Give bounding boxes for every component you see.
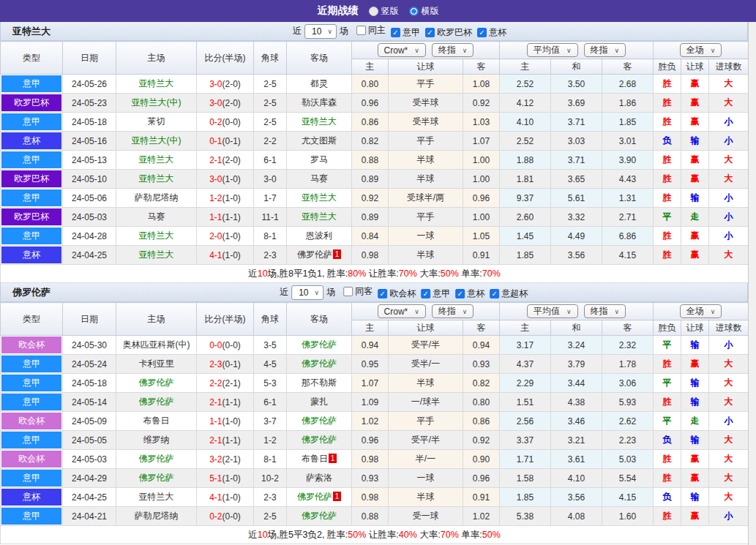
match-date: 24-05-24 <box>63 355 116 374</box>
match-count-select[interactable]: 10 ∨ <box>291 285 323 300</box>
goals-result: 大 <box>709 469 749 488</box>
filter-checkbox[interactable]: ✓意甲 <box>421 287 450 300</box>
handicap-line: 半/一 <box>389 450 463 469</box>
corner-count: 2-5 <box>254 94 287 113</box>
odds-stage-select[interactable]: 终指∨ <box>432 43 474 57</box>
away-team: 佛罗伦萨 <box>297 249 332 260</box>
avg-draw-odds: 3.46 <box>551 412 602 431</box>
handicap-result: 赢 <box>681 469 709 488</box>
league-badge: 欧罗巴杯 <box>1 208 61 225</box>
avg-home-odds: 2.52 <box>500 132 551 151</box>
full-match-select[interactable]: 全场∨ <box>680 43 722 57</box>
summary-text: 70% <box>399 268 417 279</box>
filter-bar: 近 10 ∨ 场 同客✓欧会杯✓意甲✓意杯✓意超杯 <box>280 285 528 300</box>
half-time-score: (2-0) <box>222 98 241 108</box>
handicap-line: 半球 <box>389 151 463 170</box>
handicap-result: 输 <box>681 336 709 355</box>
col-date: 日期 <box>63 303 116 336</box>
summary-text: 50% <box>441 268 459 279</box>
full-time-score: 1-1 <box>209 212 222 222</box>
page-title: 近期战绩 <box>318 4 359 18</box>
filter-checkbox[interactable]: 同主 <box>356 24 386 37</box>
filter-checkbox[interactable]: ✓欧罗巴杯 <box>425 26 472 39</box>
full-match-select[interactable]: 全场∨ <box>680 304 722 318</box>
average-select[interactable]: 平均值∨ <box>527 304 578 318</box>
chevron-down-icon: ∨ <box>615 308 620 315</box>
avg-home-odds: 1.58 <box>500 469 551 488</box>
handicap-line: 受半球 <box>389 113 463 132</box>
filter-checkbox-label: 欧罗巴杯 <box>437 26 472 39</box>
half-time-score: (1-1) <box>222 212 241 222</box>
match-result: 负 <box>654 488 681 507</box>
home-team: 莱切 <box>148 116 165 127</box>
goals-result: 小 <box>709 336 749 355</box>
checkbox-checked-icon: ✓ <box>455 289 465 298</box>
goals-result: 大 <box>709 246 749 265</box>
handicap-line: 受球半/两 <box>389 189 463 208</box>
match-count-select[interactable]: 10 ∨ <box>304 24 337 39</box>
match-date: 24-04-28 <box>63 227 116 246</box>
match-result: 负 <box>654 132 681 151</box>
avg-away-odds: 1.85 <box>602 113 654 132</box>
table-row: 意甲 24-05-26 亚特兰大 3-0(2-0) 2-5 都灵 0.80 平手… <box>1 75 749 94</box>
match-result: 胜 <box>654 469 681 488</box>
average-stage-select[interactable]: 终指∨ <box>584 304 626 318</box>
avg-draw-odds: 4.38 <box>551 393 602 412</box>
match-result: 胜 <box>654 450 681 469</box>
average-stage-select[interactable]: 终指∨ <box>584 43 626 57</box>
filter-checkbox[interactable]: ✓意杯 <box>455 287 484 300</box>
handicap-line: 受半球 <box>389 94 463 113</box>
avg-away-odds: 4.43 <box>602 170 654 189</box>
avg-away-odds: 3.01 <box>602 132 654 151</box>
away-odds: 1.00 <box>463 151 500 170</box>
half-time-score: (2-0) <box>222 79 241 89</box>
away-odds: 0.91 <box>463 488 500 507</box>
table-row: 欧会杯 24-05-09 布鲁日 1-1(1-0) 3-7 佛罗伦萨 1.02 … <box>1 412 749 431</box>
summary-text: 场,胜5平3负2, 胜率: <box>268 530 348 540</box>
avg-home-odds: 1.88 <box>500 151 551 170</box>
filter-checkbox[interactable]: ✓欧会杯 <box>378 287 416 300</box>
filter-checkbox-label: 同主 <box>368 24 386 37</box>
half-time-score: (1-0) <box>222 193 241 203</box>
match-count-value: 10 <box>312 26 321 37</box>
avg-home-odds: 2.56 <box>500 412 551 431</box>
full-time-score: 0-2 <box>209 117 222 127</box>
match-result: 平 <box>654 412 681 431</box>
league-badge: 意杯 <box>1 489 61 505</box>
odds-stage-select[interactable]: 终指∨ <box>432 304 474 318</box>
handicap-result: 赢 <box>681 113 709 132</box>
average-select[interactable]: 平均值∨ <box>527 43 578 57</box>
filter-checkboxes: 同客✓欧会杯✓意甲✓意杯✓意超杯 <box>338 285 528 300</box>
table-row: 意甲 24-04-21 萨勒尼塔纳 0-2(0-0) 2-5 佛罗伦萨 0.88… <box>1 507 749 526</box>
summary-text: 10 <box>258 530 268 540</box>
league-badge: 意甲 <box>1 394 61 410</box>
filter-checkbox[interactable]: ✓意杯 <box>477 26 506 39</box>
half-time-score: (0-0) <box>222 117 241 127</box>
bookmaker-select[interactable]: Crow*∨ <box>378 43 426 57</box>
corner-count: 2-2 <box>254 132 287 151</box>
title-bar: 近期战绩 竖版 横版 <box>0 0 756 22</box>
half-time-score: (1-0) <box>222 492 241 503</box>
results-table: 类型 日期 主场 比分(半场) 角球 客场 Crow*∨ 终指∨ 平均值 <box>0 302 749 544</box>
avg-draw-odds: 4.10 <box>551 469 602 488</box>
avg-away-odds: 1.86 <box>602 94 654 113</box>
avg-home-odds: 1.71 <box>500 450 551 469</box>
away-team: 蒙扎 <box>310 396 328 407</box>
radio-horizontal-layout[interactable]: 横版 <box>409 5 439 18</box>
handicap-line: 一球 <box>389 469 463 488</box>
league-badge: 欧会杯 <box>1 337 61 353</box>
goals-result: 大 <box>709 75 749 94</box>
corner-count: 1-2 <box>254 431 287 450</box>
table-row: 意甲 24-05-05 维罗纳 2-1(1-1) 1-2 佛罗伦萨 0.96 受… <box>1 431 749 450</box>
goals-result: 小 <box>709 208 749 227</box>
home-team: 萨勒尼塔纳 <box>135 511 179 521</box>
bookmaker-select[interactable]: Crow*∨ <box>378 304 426 318</box>
filter-checkbox[interactable]: ✓意甲 <box>391 26 420 39</box>
avg-home-odds: 4.37 <box>500 355 551 374</box>
home-team: 亚特兰大 <box>139 154 174 165</box>
filter-checkbox[interactable]: ✓意超杯 <box>490 287 528 300</box>
radio-vertical-layout[interactable]: 竖版 <box>369 5 399 18</box>
summary-text: 让胜率: <box>366 268 398 279</box>
col-avg-away: 客 <box>602 59 654 75</box>
filter-checkbox[interactable]: 同客 <box>343 285 373 298</box>
